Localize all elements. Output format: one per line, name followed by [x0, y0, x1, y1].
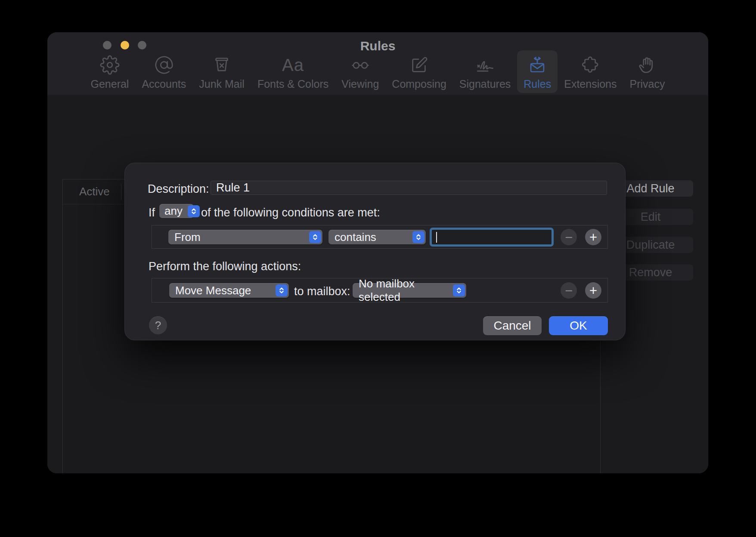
toolbar-label: Signatures: [459, 78, 511, 90]
chevron-up-down-icon: [276, 284, 288, 296]
add-condition-button[interactable]: +: [585, 229, 601, 245]
chevron-up-down-icon: [412, 231, 424, 243]
at-icon: [154, 54, 174, 76]
conditions-suffix-label: of the following conditions are met:: [201, 206, 380, 219]
add-action-button[interactable]: +: [585, 282, 601, 299]
action-row: Move Message to mailbox: No mailbox sele…: [152, 278, 608, 302]
trash-x-icon: [212, 54, 232, 76]
action-type-value: Move Message: [175, 284, 251, 297]
column-separator: [121, 184, 121, 200]
toolbar-label: Rules: [524, 78, 551, 90]
toolbar-label: Viewing: [341, 78, 379, 90]
preferences-toolbar: General Accounts Junk Mail Aa Fonts & Co…: [47, 50, 708, 93]
remove-condition-button[interactable]: −: [561, 229, 577, 245]
toolbar-label: Extensions: [564, 78, 617, 90]
mailbox-value: No mailbox selected: [359, 277, 448, 304]
toolbar-item-fonts-colors[interactable]: Aa Fonts & Colors: [251, 50, 335, 93]
dialog-help-button[interactable]: ?: [149, 316, 167, 334]
to-mailbox-label: to mailbox:: [294, 285, 350, 298]
toolbar-item-rules[interactable]: Rules: [517, 50, 558, 93]
toolbar-label: Fonts & Colors: [257, 78, 328, 90]
mailbox-popup[interactable]: No mailbox selected: [353, 283, 466, 298]
compose-icon: [409, 54, 429, 76]
fonts-icon: Aa: [282, 54, 304, 76]
toolbar-item-viewing[interactable]: Viewing: [335, 50, 385, 93]
toolbar-item-signatures[interactable]: Signatures: [453, 50, 517, 93]
chevron-up-down-icon: [188, 205, 200, 217]
toolbar-item-general[interactable]: General: [84, 50, 135, 93]
chevron-up-down-icon: [453, 284, 465, 296]
remove-action-button[interactable]: −: [561, 282, 577, 299]
hand-icon: [638, 54, 657, 76]
actions-label: Perform the following actions:: [149, 260, 301, 273]
toolbar-label: Composing: [392, 78, 446, 90]
condition-match-popup[interactable]: any: [159, 204, 194, 218]
toolbar-item-privacy[interactable]: Privacy: [623, 50, 672, 93]
condition-field-value: From: [174, 231, 201, 244]
toolbar-item-accounts[interactable]: Accounts: [135, 50, 192, 93]
text-cursor: [436, 232, 437, 243]
gear-icon: [100, 54, 120, 76]
action-type-popup[interactable]: Move Message: [169, 283, 289, 298]
condition-operator-value: contains: [335, 231, 376, 244]
puzzle-icon: [580, 54, 600, 76]
toolbar-label: Accounts: [142, 78, 186, 90]
condition-operator-popup[interactable]: contains: [328, 230, 426, 244]
description-label: Description:: [148, 182, 209, 196]
glasses-icon: [350, 54, 370, 76]
chevron-up-down-icon: [309, 231, 321, 243]
column-header-active: Active: [79, 185, 110, 198]
if-label: If: [149, 206, 155, 219]
toolbar-item-composing[interactable]: Composing: [385, 50, 452, 93]
rules-envelope-icon: [527, 54, 547, 76]
signature-icon: [475, 54, 495, 76]
toolbar-label: Privacy: [630, 78, 665, 90]
rule-editor-dialog: Description: Rule 1 If any of the follow…: [124, 163, 626, 340]
condition-row: From contains − +: [152, 225, 608, 249]
toolbar-label: Junk Mail: [199, 78, 245, 90]
toolbar-item-extensions[interactable]: Extensions: [558, 50, 623, 93]
toolbar-item-junk-mail[interactable]: Junk Mail: [192, 50, 251, 93]
ok-button[interactable]: OK: [549, 316, 608, 335]
titlebar: Rules General Accounts Junk Mail: [47, 32, 708, 96]
description-value: Rule 1: [216, 181, 250, 194]
cancel-button[interactable]: Cancel: [483, 316, 542, 335]
toolbar-label: General: [90, 78, 129, 90]
description-input[interactable]: Rule 1: [211, 181, 607, 195]
condition-field-popup[interactable]: From: [168, 230, 322, 244]
condition-value-input[interactable]: [430, 228, 554, 247]
match-popup-value: any: [164, 204, 183, 218]
